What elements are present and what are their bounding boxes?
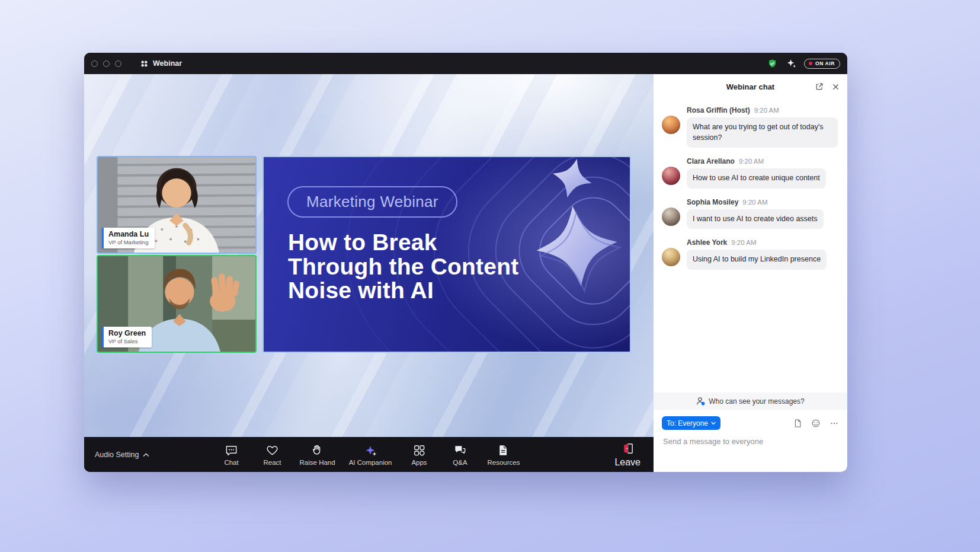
message-time: 9:20 AM (731, 239, 756, 246)
webinar-app-icon (140, 59, 149, 68)
stage-column: Amanda Lu VP of Marketing (84, 74, 654, 472)
ai-sparkle-icon[interactable] (785, 58, 797, 69)
on-air-dot-icon (809, 62, 812, 65)
message-time: 9:20 AM (754, 107, 779, 114)
raise-hand-icon (310, 443, 324, 457)
to-everyone-selector[interactable]: To: Everyone (662, 416, 720, 430)
chat-label: Chat (224, 459, 238, 466)
slide-title-line: How to Break (288, 231, 518, 255)
resources-button[interactable]: Resources (488, 443, 520, 466)
audio-setting-button[interactable]: Audio Setting (95, 451, 149, 459)
slide-title-line: Noise with AI (288, 279, 518, 303)
avatar (662, 248, 680, 266)
video-tile-roy[interactable]: Roy Green VP of Sales (97, 255, 257, 353)
resources-label: Resources (488, 459, 520, 466)
ai-companion-label: AI Companion (349, 459, 392, 466)
participant-role: VP of Marketing (108, 239, 149, 246)
desktop: { "titlebar": { "app_title": "Webinar", … (0, 0, 980, 552)
privacy-note[interactable]: Who can see your messages? (654, 393, 847, 410)
participant-name: Roy Green (108, 329, 146, 338)
on-air-badge: ON AIR (804, 59, 840, 69)
video-stage: Amanda Lu VP of Marketing (84, 74, 654, 437)
slide-title-line: Through the Content (288, 255, 518, 279)
chat-message-list[interactable]: Rosa Griffin (Host)9:20 AM What are you … (654, 99, 847, 393)
react-label: React (264, 459, 281, 466)
compose-area: To: Everyone (654, 410, 847, 446)
video-tile-amanda[interactable]: Amanda Lu VP of Marketing (97, 156, 257, 254)
chat-title: Webinar chat (726, 82, 774, 91)
security-shield-icon[interactable] (767, 58, 778, 69)
react-button[interactable]: React (259, 443, 286, 466)
chat-header: Webinar chat (654, 74, 847, 99)
popout-icon[interactable] (815, 82, 824, 91)
on-air-label: ON AIR (815, 60, 835, 66)
close-icon[interactable] (831, 82, 840, 91)
participant-name: Amanda Lu (108, 230, 149, 239)
avatar (662, 167, 680, 185)
qa-icon (453, 443, 467, 457)
chevron-up-icon (143, 452, 149, 457)
window-title-label: Webinar (153, 59, 182, 68)
ai-companion-icon (364, 443, 377, 457)
message-author: Ashlee York (687, 238, 727, 247)
avatar (662, 208, 680, 226)
window-close-button[interactable] (91, 60, 98, 67)
participant-role: VP of Sales (108, 338, 146, 345)
apps-label: Apps (411, 459, 427, 466)
avatar (662, 116, 680, 134)
chat-message-input[interactable] (662, 430, 839, 446)
chevron-down-icon (711, 422, 716, 425)
apps-button[interactable]: Apps (406, 443, 433, 466)
webinar-window: Webinar ON AIR (84, 53, 847, 472)
to-everyone-label: To: Everyone (667, 419, 708, 427)
raise-hand-label: Raise Hand (300, 459, 335, 466)
message-bubble: I want to use AI to create video assets (687, 209, 824, 229)
leave-label: Leave (614, 457, 640, 468)
qa-label: Q&A (453, 459, 467, 466)
window-minimize-button[interactable] (103, 60, 110, 67)
chat-button[interactable]: Chat (218, 443, 245, 466)
slide-title: How to Break Through the Content Noise w… (288, 231, 518, 303)
ai-companion-button[interactable]: AI Companion (349, 443, 392, 466)
resources-icon (497, 443, 510, 457)
message-time: 9:20 AM (742, 199, 767, 206)
apps-icon (412, 443, 426, 457)
chat-panel: Webinar chat (654, 74, 847, 472)
shared-screen: Marketing Webinar How to Break Through t… (262, 156, 631, 353)
window-zoom-button[interactable] (115, 60, 121, 67)
leave-button[interactable]: Leave (614, 442, 640, 468)
chat-panel-spacer (654, 446, 847, 472)
attach-file-icon[interactable] (793, 419, 802, 428)
toolbar-center-group: Chat React (218, 443, 520, 466)
window-title: Webinar (140, 59, 182, 68)
message-author: Clara Arellano (687, 157, 735, 165)
chat-message: Clara Arellano9:20 AM How to use AI to c… (662, 157, 838, 189)
message-author: Rosa Griffin (Host) (687, 106, 750, 114)
chat-icon (225, 443, 238, 457)
chat-message: Rosa Griffin (Host)9:20 AM What are you … (662, 106, 838, 148)
emoji-icon[interactable] (811, 419, 821, 428)
titlebar: Webinar ON AIR (84, 53, 847, 74)
privacy-note-label: Who can see your messages? (709, 397, 804, 406)
raise-hand-button[interactable]: Raise Hand (300, 443, 335, 466)
person-privacy-icon (696, 397, 705, 406)
qa-button[interactable]: Q&A (447, 443, 474, 466)
more-options-icon[interactable] (830, 419, 839, 428)
message-bubble: What are you trying to get out of today'… (687, 117, 838, 148)
chat-message: Ashlee York9:20 AM Using AI to build my … (662, 238, 838, 270)
name-tag-amanda: Amanda Lu VP of Marketing (102, 228, 155, 248)
name-tag-roy: Roy Green VP of Sales (102, 327, 152, 347)
meeting-toolbar: Audio Setting Chat (84, 437, 654, 472)
audio-setting-label: Audio Setting (95, 451, 139, 459)
chat-message: Sophia Mosiley9:20 AM I want to use AI t… (662, 198, 838, 229)
message-time: 9:20 AM (739, 158, 764, 165)
slide-tag: Marketing Webinar (287, 186, 457, 218)
message-author: Sophia Mosiley (687, 198, 738, 206)
leave-door-icon (621, 442, 635, 455)
message-bubble: How to use AI to create unique content (687, 168, 826, 189)
message-bubble: Using AI to build my LinkedIn presence (687, 250, 827, 270)
heart-icon (265, 443, 279, 457)
